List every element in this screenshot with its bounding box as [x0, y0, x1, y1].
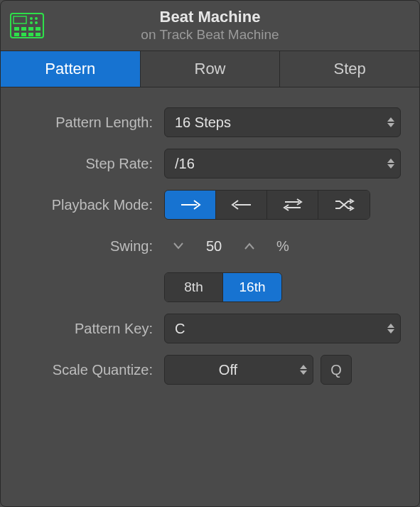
playback-mode-group [164, 190, 370, 220]
pattern-panel: Pattern Length: 16 Steps Step Rate: /16 [1, 87, 419, 385]
svg-rect-1 [14, 16, 26, 23]
row-scale-quantize: Scale Quantize: Off Q [19, 355, 401, 385]
arrow-left-icon [231, 199, 252, 210]
swing-16th-button[interactable]: 16th [223, 273, 281, 301]
label-pattern-key: Pattern Key: [19, 321, 164, 337]
select-value: /16 [175, 156, 195, 172]
updown-icon [300, 365, 307, 375]
label-step-rate: Step Rate: [19, 156, 164, 172]
chevron-down-icon [173, 242, 183, 250]
svg-rect-9 [36, 27, 41, 31]
swing-8th-button[interactable]: 8th [165, 273, 223, 301]
row-pattern-length: Pattern Length: 16 Steps [19, 107, 401, 137]
svg-point-4 [30, 21, 33, 24]
updown-icon [387, 117, 394, 127]
label-swing: Swing: [19, 238, 164, 255]
svg-rect-8 [28, 27, 33, 31]
label-scale-quantize: Scale Quantize: [19, 362, 164, 378]
svg-rect-11 [21, 33, 26, 36]
svg-rect-13 [36, 33, 41, 36]
tab-bar: Pattern Row Step [1, 50, 419, 87]
select-step-rate[interactable]: /16 [164, 149, 401, 178]
shuffle-icon [333, 198, 355, 212]
label-pattern-length: Pattern Length: [19, 114, 164, 131]
svg-rect-10 [14, 33, 19, 36]
swing-increment-button[interactable] [235, 231, 264, 261]
arrows-pingpong-icon [282, 198, 303, 212]
select-pattern-key[interactable]: C [164, 314, 401, 343]
tab-pattern[interactable]: Pattern [1, 51, 141, 87]
svg-point-5 [35, 21, 38, 24]
label-playback-mode: Playback Mode: [19, 197, 164, 213]
select-scale-quantize[interactable]: Off [164, 355, 313, 385]
playback-random-button[interactable] [318, 191, 370, 219]
device-icon [9, 12, 45, 39]
playback-backward-button[interactable] [216, 191, 267, 219]
swing-decrement-button[interactable] [164, 231, 193, 261]
swing-unit: % [276, 238, 289, 255]
select-value: C [175, 321, 185, 337]
swing-value[interactable]: 50 [193, 238, 235, 255]
svg-point-3 [35, 17, 38, 20]
swing-stepper: 50 [164, 231, 264, 261]
svg-rect-12 [28, 33, 33, 36]
quantize-button[interactable]: Q [321, 355, 352, 385]
window-title: Beat Machine [50, 8, 370, 26]
select-pattern-length[interactable]: 16 Steps [164, 107, 401, 137]
arrow-right-icon [180, 199, 201, 210]
updown-icon [387, 324, 394, 333]
window-subtitle: on Track Beat Machine [50, 26, 370, 43]
svg-rect-6 [14, 27, 19, 31]
row-step-rate: Step Rate: /16 [19, 149, 401, 178]
playback-forward-button[interactable] [165, 191, 216, 219]
swing-division-group: 8th 16th [164, 272, 282, 302]
select-value: Off [165, 362, 291, 378]
header-titles: Beat Machine on Track Beat Machine [50, 8, 370, 43]
row-swing: Swing: 50 % [19, 231, 401, 261]
row-playback-mode: Playback Mode: [19, 190, 401, 220]
svg-rect-7 [21, 27, 26, 31]
playback-pingpong-button[interactable] [267, 191, 318, 219]
window-header: Beat Machine on Track Beat Machine [1, 1, 419, 50]
select-value: 16 Steps [175, 114, 231, 131]
tab-row[interactable]: Row [141, 51, 281, 87]
svg-point-2 [30, 17, 33, 20]
updown-icon [387, 159, 394, 169]
tab-step[interactable]: Step [280, 51, 419, 87]
row-swing-division: 8th 16th [19, 272, 401, 302]
chevron-up-icon [244, 242, 254, 250]
row-pattern-key: Pattern Key: C [19, 314, 401, 343]
